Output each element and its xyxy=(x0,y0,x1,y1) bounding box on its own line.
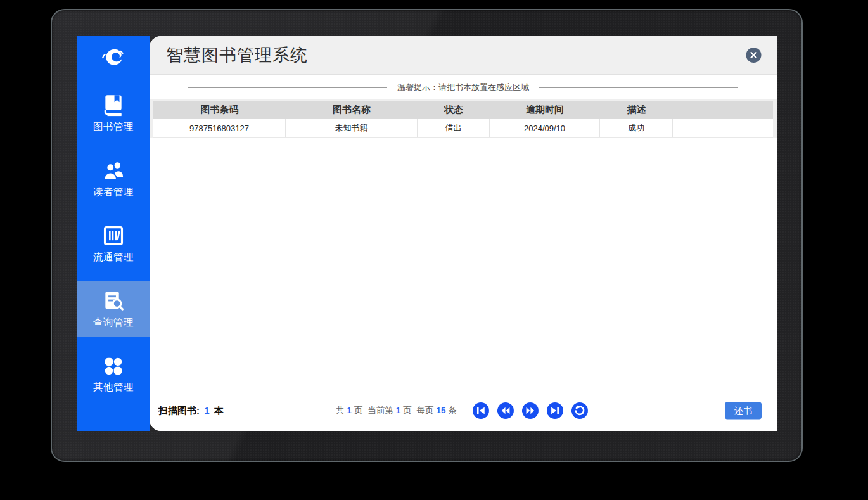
tip-bar: 温馨提示：请把书本放置在感应区域 xyxy=(150,75,777,99)
pagination-current-unit: 页 xyxy=(403,406,412,415)
refresh-button[interactable] xyxy=(571,402,588,419)
sidebar-item-circulation[interactable]: 流通管理 xyxy=(77,216,150,271)
page-title: 智慧图书管理系统 xyxy=(166,44,308,67)
column-header-book-name: 图书名称 xyxy=(286,101,418,119)
bookshelf-icon xyxy=(101,224,125,248)
table-body-area: 扫描图书: 1 本 共1页 当前第1页 每页15条 xyxy=(150,138,777,431)
scan-unit-text: 本 xyxy=(214,405,224,416)
pagination: 共1页 当前第1页 每页15条 xyxy=(335,402,592,419)
column-header-overdue-time: 逾期时间 xyxy=(490,101,600,119)
footer-bar: 扫描图书: 1 本 共1页 当前第1页 每页15条 xyxy=(150,398,777,423)
column-header-barcode: 图书条码 xyxy=(153,101,286,119)
sidebar-item-label: 读者管理 xyxy=(93,186,134,199)
cell-overdue-time: 2024/09/10 xyxy=(490,119,600,137)
sidebar-item-books[interactable]: 图书管理 xyxy=(77,86,150,141)
app-logo xyxy=(77,36,150,86)
pagination-per-page: 15 xyxy=(437,406,446,415)
tip-divider-right xyxy=(539,87,738,88)
pagination-per-page-prefix: 每页 xyxy=(417,406,434,415)
books-table: 图书条码 图书名称 状态 逾期时间 描述 9787516803127 未知书籍 … xyxy=(150,99,777,138)
sidebar-item-label: 其他管理 xyxy=(93,381,134,394)
next-page-icon xyxy=(522,402,539,419)
cell-book-name: 未知书籍 xyxy=(286,119,418,137)
scan-label-text: 扫描图书: xyxy=(158,405,200,416)
screen: 图书管理 读者管理 xyxy=(0,0,868,500)
sidebar-item-readers[interactable]: 读者管理 xyxy=(77,151,150,206)
document-search-icon xyxy=(101,289,125,313)
main-panel: 智慧图书管理系统 温馨提示：请把书本放置在感应区域 图书条 xyxy=(150,36,777,431)
close-icon xyxy=(746,56,762,65)
column-header-description: 描述 xyxy=(600,101,673,119)
tip-text: 温馨提示：请把书本放置在感应区域 xyxy=(397,82,529,93)
scan-count-label: 扫描图书: 1 本 xyxy=(158,405,224,417)
last-page-icon xyxy=(547,402,563,419)
column-header-empty xyxy=(673,101,773,119)
close-button[interactable] xyxy=(746,48,762,63)
pagination-current-page: 1 xyxy=(396,406,401,415)
sidebar-item-other[interactable]: 其他管理 xyxy=(77,347,150,402)
sidebar: 图书管理 读者管理 xyxy=(77,36,150,431)
readers-icon xyxy=(101,158,125,183)
table-header-row: 图书条码 图书名称 状态 逾期时间 描述 xyxy=(153,101,773,119)
swirl-logo-icon xyxy=(99,45,128,77)
next-page-button[interactable] xyxy=(522,402,539,419)
table-row: 9787516803127 未知书籍 借出 2024/09/10 成功 xyxy=(153,119,773,138)
pagination-total-pages: 1 xyxy=(347,406,352,415)
sidebar-item-query[interactable]: 查询管理 xyxy=(77,281,150,337)
cell-status: 借出 xyxy=(418,119,490,137)
pagination-current-prefix: 当前第 xyxy=(367,406,393,415)
pagination-summary: 共1页 当前第1页 每页15条 xyxy=(335,405,458,416)
first-page-button[interactable] xyxy=(473,402,489,419)
return-book-button[interactable]: 还书 xyxy=(725,402,762,420)
pagination-total-unit: 页 xyxy=(354,406,363,415)
sidebar-item-label: 流通管理 xyxy=(93,251,134,264)
tip-divider-left xyxy=(188,87,387,88)
refresh-icon xyxy=(571,402,588,419)
first-page-icon xyxy=(473,402,489,419)
pagination-per-page-unit: 条 xyxy=(449,406,457,415)
sidebar-item-label: 查询管理 xyxy=(93,316,134,330)
book-icon xyxy=(101,93,125,117)
sidebar-item-label: 图书管理 xyxy=(93,120,134,134)
cell-empty xyxy=(673,119,773,137)
prev-page-button[interactable] xyxy=(497,402,514,419)
last-page-button[interactable] xyxy=(547,402,563,419)
cell-description: 成功 xyxy=(600,119,673,137)
app-window: 图书管理 读者管理 xyxy=(77,36,777,431)
scan-count-value: 1 xyxy=(204,405,209,416)
grid-icon xyxy=(102,355,125,378)
column-header-status: 状态 xyxy=(418,101,490,119)
prev-page-icon xyxy=(497,402,514,419)
pagination-total-prefix: 共 xyxy=(336,406,345,415)
title-bar: 智慧图书管理系统 xyxy=(150,36,777,75)
cell-barcode: 9787516803127 xyxy=(153,119,286,137)
